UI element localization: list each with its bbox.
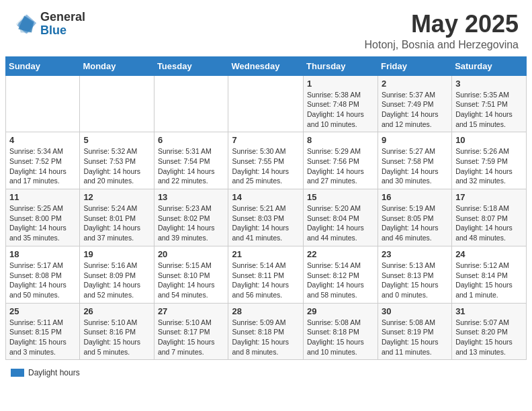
calendar-cell: 7Sunrise: 5:30 AM Sunset: 7:55 PM Daylig…	[228, 132, 304, 189]
calendar-cell: 2Sunrise: 5:37 AM Sunset: 7:49 PM Daylig…	[378, 75, 451, 132]
day-info: Sunrise: 5:10 AM Sunset: 8:16 PM Dayligh…	[83, 318, 150, 357]
calendar-cell: 16Sunrise: 5:19 AM Sunset: 8:05 PM Dayli…	[378, 189, 451, 246]
header-day-tuesday: Tuesday	[154, 56, 228, 75]
day-number: 4	[9, 135, 76, 145]
day-info: Sunrise: 5:11 AM Sunset: 8:15 PM Dayligh…	[9, 318, 76, 357]
calendar-cell: 26Sunrise: 5:10 AM Sunset: 8:16 PM Dayli…	[80, 303, 154, 360]
calendar-table: SundayMondayTuesdayWednesdayThursdayFrid…	[5, 56, 527, 361]
calendar-cell	[228, 75, 304, 132]
day-number: 23	[382, 249, 448, 259]
day-info: Sunrise: 5:24 AM Sunset: 8:01 PM Dayligh…	[83, 203, 150, 243]
location-text: Hotonj, Bosnia and Herzegovina	[365, 39, 519, 51]
day-number: 1	[307, 79, 374, 89]
day-info: Sunrise: 5:38 AM Sunset: 7:48 PM Dayligh…	[307, 90, 374, 130]
month-title: May 2025	[365, 11, 519, 38]
calendar-cell: 3Sunrise: 5:35 AM Sunset: 7:51 PM Daylig…	[452, 75, 527, 132]
day-number: 28	[232, 306, 300, 316]
day-number: 14	[232, 192, 300, 202]
day-info: Sunrise: 5:26 AM Sunset: 7:59 PM Dayligh…	[455, 146, 523, 186]
week-row-4: 25Sunrise: 5:11 AM Sunset: 8:15 PM Dayli…	[6, 303, 527, 360]
day-number: 26	[83, 306, 150, 316]
calendar-cell: 18Sunrise: 5:17 AM Sunset: 8:08 PM Dayli…	[6, 246, 80, 303]
day-number: 12	[83, 192, 150, 202]
calendar-cell: 8Sunrise: 5:29 AM Sunset: 7:56 PM Daylig…	[304, 132, 378, 189]
day-info: Sunrise: 5:21 AM Sunset: 8:03 PM Dayligh…	[232, 203, 300, 243]
day-number: 24	[455, 249, 523, 259]
day-number: 7	[232, 135, 300, 145]
header-day-sunday: Sunday	[6, 56, 80, 75]
day-info: Sunrise: 5:19 AM Sunset: 8:05 PM Dayligh…	[382, 203, 448, 243]
header-day-monday: Monday	[80, 56, 154, 75]
header-day-friday: Friday	[378, 56, 451, 75]
calendar-cell: 6Sunrise: 5:31 AM Sunset: 7:54 PM Daylig…	[154, 132, 228, 189]
day-info: Sunrise: 5:30 AM Sunset: 7:55 PM Dayligh…	[232, 146, 300, 186]
day-number: 19	[83, 249, 150, 259]
calendar-cell: 19Sunrise: 5:16 AM Sunset: 8:09 PM Dayli…	[80, 246, 154, 303]
day-number: 30	[382, 306, 448, 316]
day-number: 18	[9, 249, 76, 259]
day-info: Sunrise: 5:35 AM Sunset: 7:51 PM Dayligh…	[455, 90, 523, 130]
calendar-cell: 20Sunrise: 5:15 AM Sunset: 8:10 PM Dayli…	[154, 246, 228, 303]
week-row-3: 18Sunrise: 5:17 AM Sunset: 8:08 PM Dayli…	[6, 246, 527, 303]
day-info: Sunrise: 5:14 AM Sunset: 8:12 PM Dayligh…	[307, 261, 374, 300]
day-number: 16	[382, 192, 448, 202]
day-info: Sunrise: 5:16 AM Sunset: 8:09 PM Dayligh…	[83, 261, 150, 300]
day-number: 5	[83, 135, 150, 145]
calendar-cell: 10Sunrise: 5:26 AM Sunset: 7:59 PM Dayli…	[452, 132, 527, 189]
day-info: Sunrise: 5:13 AM Sunset: 8:13 PM Dayligh…	[382, 261, 448, 300]
day-info: Sunrise: 5:07 AM Sunset: 8:20 PM Dayligh…	[455, 318, 523, 357]
day-number: 15	[307, 192, 374, 202]
day-info: Sunrise: 5:12 AM Sunset: 8:14 PM Dayligh…	[455, 261, 523, 300]
day-number: 6	[158, 135, 225, 145]
day-number: 17	[455, 192, 523, 202]
header-day-saturday: Saturday	[452, 56, 527, 75]
day-number: 21	[232, 249, 300, 259]
svg-marker-3	[17, 14, 36, 34]
calendar-cell: 5Sunrise: 5:32 AM Sunset: 7:53 PM Daylig…	[80, 132, 154, 189]
day-info: Sunrise: 5:10 AM Sunset: 8:17 PM Dayligh…	[158, 318, 225, 357]
calendar-cell: 13Sunrise: 5:23 AM Sunset: 8:02 PM Dayli…	[154, 189, 228, 246]
calendar-cell: 12Sunrise: 5:24 AM Sunset: 8:01 PM Dayli…	[80, 189, 154, 246]
title-section: May 2025 Hotonj, Bosnia and Herzegovina	[365, 11, 519, 51]
calendar-cell: 21Sunrise: 5:14 AM Sunset: 8:11 PM Dayli…	[228, 246, 304, 303]
calendar-cell: 1Sunrise: 5:38 AM Sunset: 7:48 PM Daylig…	[304, 75, 378, 132]
calendar-cell: 25Sunrise: 5:11 AM Sunset: 8:15 PM Dayli…	[6, 303, 80, 360]
calendar-cell: 22Sunrise: 5:14 AM Sunset: 8:12 PM Dayli…	[304, 246, 378, 303]
day-info: Sunrise: 5:27 AM Sunset: 7:58 PM Dayligh…	[382, 146, 448, 186]
day-number: 8	[307, 135, 374, 145]
week-row-1: 4Sunrise: 5:34 AM Sunset: 7:52 PM Daylig…	[6, 132, 527, 189]
day-number: 11	[9, 192, 76, 202]
calendar-cell: 4Sunrise: 5:34 AM Sunset: 7:52 PM Daylig…	[6, 132, 80, 189]
day-info: Sunrise: 5:18 AM Sunset: 8:07 PM Dayligh…	[455, 203, 523, 243]
calendar-footer: Daylight hours	[0, 365, 532, 383]
day-info: Sunrise: 5:25 AM Sunset: 8:00 PM Dayligh…	[9, 203, 76, 243]
daylight-label: Daylight hours	[28, 368, 80, 377]
day-info: Sunrise: 5:09 AM Sunset: 8:18 PM Dayligh…	[232, 318, 300, 357]
day-info: Sunrise: 5:23 AM Sunset: 8:02 PM Dayligh…	[158, 203, 225, 243]
calendar-cell: 17Sunrise: 5:18 AM Sunset: 8:07 PM Dayli…	[452, 189, 527, 246]
day-info: Sunrise: 5:37 AM Sunset: 7:49 PM Dayligh…	[382, 90, 448, 130]
calendar-cell	[154, 75, 228, 132]
day-info: Sunrise: 5:14 AM Sunset: 8:11 PM Dayligh…	[232, 261, 300, 300]
day-number: 20	[158, 249, 225, 259]
calendar-cell: 27Sunrise: 5:10 AM Sunset: 8:17 PM Dayli…	[154, 303, 228, 360]
daylight-swatch	[11, 369, 24, 377]
day-info: Sunrise: 5:08 AM Sunset: 8:18 PM Dayligh…	[307, 318, 374, 357]
calendar-cell: 31Sunrise: 5:07 AM Sunset: 8:20 PM Dayli…	[452, 303, 527, 360]
day-info: Sunrise: 5:31 AM Sunset: 7:54 PM Dayligh…	[158, 146, 225, 186]
day-number: 22	[307, 249, 374, 259]
calendar-cell: 30Sunrise: 5:08 AM Sunset: 8:19 PM Dayli…	[378, 303, 451, 360]
day-number: 3	[455, 79, 523, 89]
calendar-cell: 28Sunrise: 5:09 AM Sunset: 8:18 PM Dayli…	[228, 303, 304, 360]
day-number: 10	[455, 135, 523, 145]
calendar-cell: 24Sunrise: 5:12 AM Sunset: 8:14 PM Dayli…	[452, 246, 527, 303]
day-number: 13	[158, 192, 225, 202]
day-number: 25	[9, 306, 76, 316]
day-info: Sunrise: 5:15 AM Sunset: 8:10 PM Dayligh…	[158, 261, 225, 300]
day-info: Sunrise: 5:32 AM Sunset: 7:53 PM Dayligh…	[83, 146, 150, 186]
logo: General Blue	[13, 11, 85, 38]
calendar-cell: 29Sunrise: 5:08 AM Sunset: 8:18 PM Dayli…	[304, 303, 378, 360]
calendar-cell: 15Sunrise: 5:20 AM Sunset: 8:04 PM Dayli…	[304, 189, 378, 246]
day-number: 29	[307, 306, 374, 316]
calendar-cell	[80, 75, 154, 132]
